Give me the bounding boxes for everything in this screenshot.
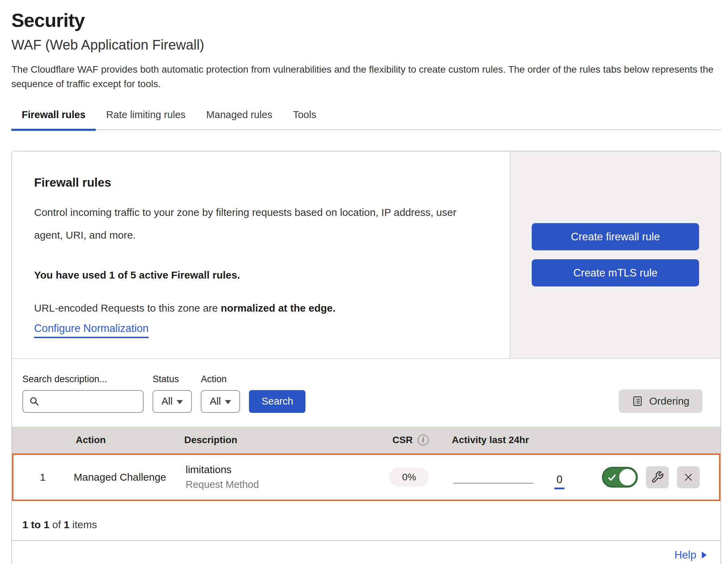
action-label: Action: [201, 374, 240, 385]
normalization-note-bold: normalized at the edge.: [221, 302, 335, 314]
column-header-activity: Activity last 24hr: [452, 435, 603, 446]
usage-summary: You have used 1 of 5 active Firewall rul…: [34, 269, 488, 281]
wrench-icon: [651, 471, 664, 484]
pagination-items: items: [70, 519, 97, 530]
status-select-value: All: [162, 396, 173, 407]
help-arrow-icon: [701, 551, 707, 559]
ordering-button[interactable]: Ordering: [619, 389, 703, 413]
section-heading: Firewall rules: [34, 176, 488, 189]
create-firewall-rule-button[interactable]: Create firewall rule: [532, 223, 699, 250]
pagination-count: 1: [64, 519, 70, 530]
action-select-value: All: [210, 396, 221, 407]
help-link-label: Help: [674, 549, 696, 561]
create-mtls-rule-button[interactable]: Create mTLS rule: [532, 259, 699, 286]
help-link[interactable]: Help: [674, 549, 707, 561]
firewall-rules-summary-section: Firewall rules Control incoming traffic …: [12, 152, 720, 359]
configure-normalization-link[interactable]: Configure Normalization: [34, 322, 149, 338]
activity-cell: 0: [450, 455, 602, 500]
rule-expression: Request Method: [186, 479, 368, 490]
csr-header-label: CSR: [392, 435, 413, 446]
search-icon: [29, 396, 40, 407]
csr-cell: 0%: [389, 472, 429, 483]
tab-firewall-rules[interactable]: Firewall rules: [11, 109, 96, 129]
firewall-rules-card: Firewall rules Control incoming traffic …: [11, 151, 721, 564]
table-row[interactable]: 1 Managed Challenge limitations Request …: [12, 453, 720, 501]
chevron-down-icon: [177, 400, 183, 404]
search-input[interactable]: [44, 396, 137, 407]
normalization-note: URL-encoded Requests to this zone are no…: [34, 302, 488, 314]
pagination-summary: 1 to 1 of 1 items: [12, 501, 720, 540]
action-select[interactable]: All: [201, 390, 240, 413]
csr-badge: 0%: [389, 468, 429, 487]
section-description: Control incoming traffic to your zone by…: [34, 201, 488, 247]
edit-rule-button[interactable]: [646, 466, 669, 488]
security-waf-page: Security WAF (Web Application Firewall) …: [0, 0, 728, 564]
filter-bar: Search description... Status All: [12, 359, 720, 427]
actions-panel: Create firewall rule Create mTLS rule: [510, 152, 720, 358]
delete-rule-button[interactable]: [677, 466, 700, 488]
rules-table-header: Action Description CSR i Activity last 2…: [12, 427, 720, 453]
normalization-note-plain: URL-encoded Requests to this zone are: [34, 302, 221, 314]
help-bar: Help: [12, 540, 720, 564]
activity-count-link[interactable]: 0: [554, 474, 564, 489]
page-subtitle: WAF (Web Application Firewall): [11, 37, 721, 53]
status-label: Status: [153, 374, 192, 385]
column-header-description: Description: [184, 435, 369, 446]
page-description: The Cloudflare WAF provides both automat…: [11, 62, 717, 91]
firewall-rules-summary: Firewall rules Control incoming traffic …: [12, 152, 510, 358]
search-button[interactable]: Search: [249, 390, 305, 413]
ordering-button-label: Ordering: [649, 395, 689, 407]
tab-managed-rules[interactable]: Managed rules: [196, 109, 283, 129]
action-filter-group: Action All: [201, 374, 240, 413]
tab-rate-limiting-rules[interactable]: Rate limiting rules: [96, 109, 196, 129]
search-filter-group: Search description...: [22, 374, 144, 413]
toggle-knob: [619, 469, 636, 485]
pagination-range: 1 to 1: [22, 519, 49, 530]
pagination-of: of: [49, 519, 64, 530]
check-icon: [607, 472, 617, 483]
activity-sparkline: [453, 483, 533, 484]
column-header-action: Action: [60, 435, 184, 446]
info-icon[interactable]: i: [418, 435, 429, 446]
ordering-list-icon: [632, 396, 643, 407]
search-label: Search description...: [22, 374, 144, 385]
rule-controls: [602, 466, 719, 488]
search-input-box[interactable]: [22, 390, 144, 413]
tab-tools[interactable]: Tools: [283, 109, 327, 129]
rule-enabled-toggle[interactable]: [602, 467, 638, 488]
chevron-down-icon: [225, 400, 231, 404]
rule-description-cell: limitations Request Method: [186, 464, 368, 490]
page-title: Security: [11, 10, 721, 31]
rule-priority: 1: [30, 471, 46, 483]
close-icon: [683, 471, 694, 483]
rule-description: limitations: [186, 464, 368, 476]
status-select[interactable]: All: [153, 390, 192, 413]
waf-tab-bar: Firewall rules Rate limiting rules Manag…: [11, 109, 721, 130]
rule-action: Managed Challenge: [62, 471, 186, 483]
status-filter-group: Status All: [153, 374, 192, 413]
column-header-csr: CSR i: [392, 435, 428, 446]
